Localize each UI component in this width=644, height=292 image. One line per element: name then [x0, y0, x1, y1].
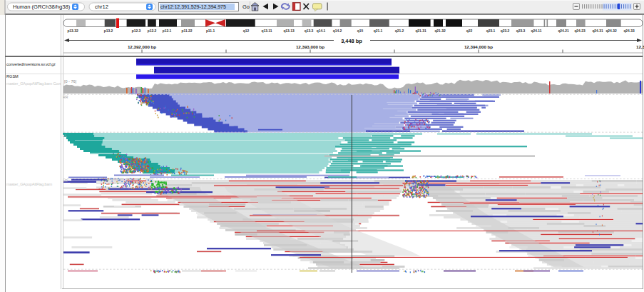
svg-text:Human (GRCh38/hg38): Human (GRCh38/hg38): [13, 4, 71, 10]
svg-text:12,393,000 bp: 12,393,000 bp: [296, 44, 324, 49]
svg-text:q24.32: q24.32: [605, 29, 617, 33]
svg-text:p13.2: p13.2: [104, 29, 113, 33]
svg-text:q22: q22: [466, 29, 473, 33]
svg-text:3,448 bp: 3,448 bp: [341, 38, 362, 44]
svg-text:p11.1: p11.1: [206, 29, 215, 33]
svg-text:q14.2: q14.2: [333, 29, 342, 33]
svg-text:q12: q12: [243, 29, 250, 33]
svg-text:q24.31: q24.31: [592, 29, 603, 33]
svg-text:12,3: 12,3: [636, 44, 644, 49]
svg-text:q21.32: q21.32: [434, 29, 446, 33]
svg-text:q24.21: q24.21: [558, 29, 569, 33]
svg-text:q24.11: q24.11: [531, 29, 542, 33]
svg-text:q23.2: q23.2: [501, 29, 510, 33]
svg-text:q24.23: q24.23: [574, 29, 586, 33]
svg-text:p11.22: p11.22: [182, 29, 193, 33]
svg-text:chr12:12,391,529-12,394,975: chr12:12,391,529-12,394,975: [160, 4, 226, 9]
svg-text:12,394,000 bp: 12,394,000 bp: [464, 44, 493, 49]
svg-text:p12.2: p12.2: [148, 29, 157, 33]
svg-text:q23.1: q23.1: [486, 29, 496, 33]
svg-text:q13.11: q13.11: [262, 29, 272, 33]
svg-text:q23.3: q23.3: [516, 29, 526, 33]
svg-text:q15: q15: [357, 29, 364, 33]
svg-text:12,392,000 bp: 12,392,000 bp: [128, 44, 156, 49]
svg-text:q21.31: q21.31: [415, 29, 426, 33]
svg-text:q13.13: q13.13: [283, 29, 295, 33]
svg-text:q24.33: q24.33: [623, 29, 635, 33]
svg-text:Go: Go: [242, 4, 250, 10]
svg-text:q13.3: q13.3: [305, 29, 314, 33]
svg-text:p12.1: p12.1: [163, 29, 172, 33]
svg-text:q14.1: q14.1: [317, 29, 326, 33]
svg-text:q21.1: q21.1: [374, 29, 383, 33]
svg-text:chr12: chr12: [95, 4, 108, 10]
svg-text:p12.3: p12.3: [132, 29, 141, 33]
svg-text:q21.2: q21.2: [395, 29, 404, 33]
svg-text:p13.32: p13.32: [67, 29, 78, 33]
